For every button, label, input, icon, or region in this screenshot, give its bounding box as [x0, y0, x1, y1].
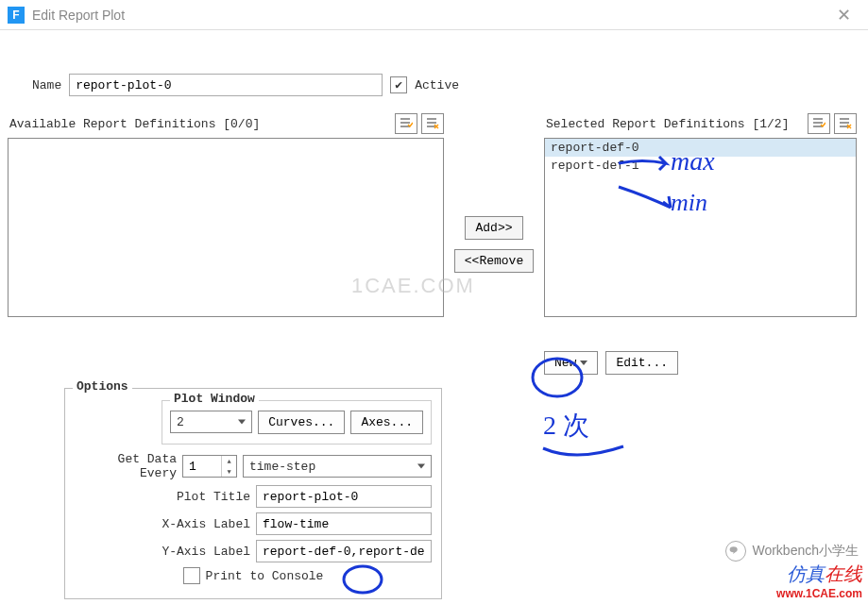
selected-listbox[interactable]: report-def-0 report-def-1 [544, 138, 857, 317]
new-button[interactable]: New [544, 351, 598, 375]
window-title: Edit Report Plot [32, 8, 125, 23]
chevron-down-icon [417, 464, 425, 469]
name-row: Name ✔ Active [32, 74, 857, 96]
list-item[interactable]: report-def-0 [545, 139, 856, 157]
select-all-icon[interactable] [395, 113, 417, 134]
spinner-up-icon[interactable]: ▲ [222, 456, 236, 466]
get-data-unit-value: time-step [249, 460, 315, 474]
get-data-input[interactable] [183, 456, 221, 477]
get-data-unit-select[interactable]: time-step [243, 455, 432, 478]
plot-window-value: 2 [177, 415, 184, 429]
chevron-down-icon [238, 420, 246, 425]
y-axis-label-label: Y-Axis Label [75, 545, 250, 559]
curves-button[interactable]: Curves... [258, 411, 345, 434]
new-button-label: New [554, 356, 576, 370]
print-to-console-checkbox[interactable] [183, 567, 200, 584]
list-item[interactable]: report-def-1 [545, 157, 856, 175]
close-icon[interactable]: ✕ [827, 3, 860, 27]
plot-window-legend: Plot Window [170, 392, 259, 406]
spinner-down-icon[interactable]: ▼ [222, 466, 236, 477]
app-icon: F [8, 7, 25, 24]
selected-label: Selected Report Definitions [1/2] [546, 117, 789, 131]
plot-title-input[interactable] [256, 485, 432, 508]
plot-window-group: Plot Window 2 Curves... Axes... [162, 400, 432, 445]
remove-button[interactable]: <<Remove [454, 249, 534, 273]
options-group: Options Plot Window 2 Curves... Axes... … [64, 388, 442, 599]
select-all-icon[interactable] [808, 113, 830, 134]
y-axis-label-input[interactable] [256, 540, 432, 562]
x-axis-label-label: X-Axis Label [75, 517, 250, 531]
get-data-label: Get Data Every [75, 452, 177, 480]
axes-button[interactable]: Axes... [350, 411, 423, 434]
name-label: Name [32, 78, 61, 92]
add-button[interactable]: Add>> [465, 216, 522, 240]
chevron-down-icon [580, 361, 587, 365]
plot-window-select[interactable]: 2 [170, 411, 252, 433]
get-data-spinner[interactable]: ▲▼ [182, 455, 237, 478]
active-label: Active [415, 78, 459, 92]
title-bar: F Edit Report Plot ✕ [0, 0, 868, 30]
edit-button[interactable]: Edit... [605, 351, 678, 375]
name-input[interactable] [69, 74, 383, 96]
print-to-console-label: Print to Console [206, 569, 324, 583]
available-label: Available Report Definitions [0/0] [9, 117, 260, 131]
deselect-all-icon[interactable] [421, 113, 444, 134]
deselect-all-icon[interactable] [834, 113, 857, 134]
available-listbox[interactable] [8, 138, 444, 317]
plot-title-label: Plot Title [75, 490, 250, 504]
options-legend: Options [73, 379, 132, 394]
active-checkbox[interactable]: ✔ [390, 76, 407, 93]
x-axis-label-input[interactable] [256, 512, 432, 535]
